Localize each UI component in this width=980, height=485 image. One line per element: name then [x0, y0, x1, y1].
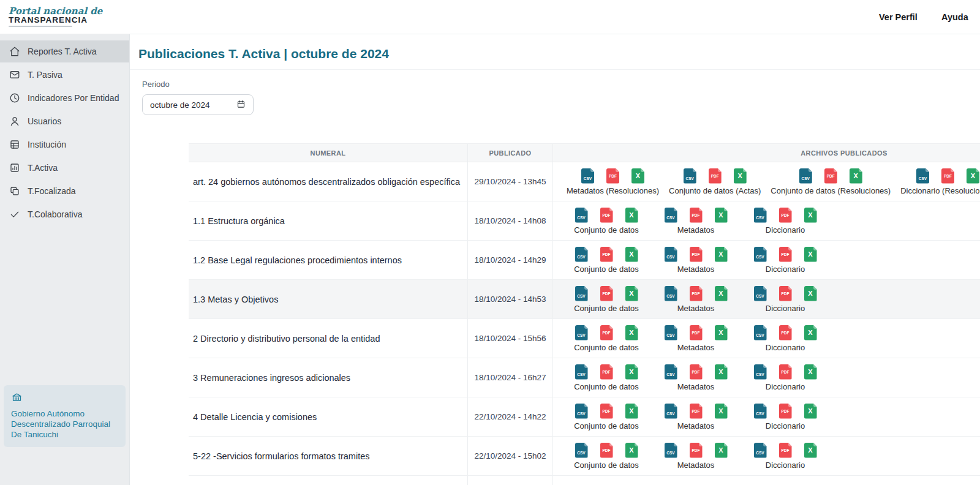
- pdf-file-icon[interactable]: PDF: [709, 168, 722, 184]
- xls-file-icon[interactable]: X: [804, 364, 817, 380]
- xls-file-icon[interactable]: X: [715, 404, 728, 419]
- csv-file-icon[interactable]: CSV: [575, 286, 588, 301]
- csv-file-icon[interactable]: CSV: [665, 208, 677, 223]
- xls-file-icon[interactable]: X: [804, 404, 817, 419]
- pdf-file-icon[interactable]: PDF: [606, 168, 619, 184]
- numeral-cell: [189, 476, 467, 485]
- xls-file-icon[interactable]: X: [804, 325, 817, 340]
- pdf-file-icon[interactable]: PDF: [600, 286, 613, 301]
- file-group: CSVPDFXMetadatos: [651, 286, 741, 313]
- xls-file-icon[interactable]: X: [715, 247, 728, 262]
- sidebar-item-t-activa[interactable]: T.Activa: [0, 157, 129, 179]
- pdf-file-icon[interactable]: PDF: [600, 404, 613, 419]
- pdf-file-icon[interactable]: PDF: [690, 325, 703, 340]
- csv-file-icon[interactable]: CSV: [575, 208, 588, 223]
- pdf-file-icon[interactable]: PDF: [690, 443, 703, 458]
- xls-file-icon[interactable]: X: [625, 404, 638, 419]
- pdf-file-icon[interactable]: PDF: [600, 443, 613, 458]
- file-group: CSVPDFXMetadatos: [651, 404, 741, 430]
- csv-file-icon[interactable]: CSV: [665, 325, 677, 340]
- xls-file-icon[interactable]: X: [850, 168, 862, 184]
- file-group: CSVPDFXConjunto de datos (Resoluciones): [766, 168, 895, 195]
- csv-file-icon[interactable]: CSV: [916, 168, 929, 184]
- csv-file-icon[interactable]: CSV: [665, 404, 677, 419]
- csv-file-icon[interactable]: CSV: [754, 286, 767, 301]
- xls-file-icon[interactable]: X: [625, 443, 638, 458]
- csv-file-icon[interactable]: CSV: [799, 168, 812, 184]
- pdf-file-icon[interactable]: PDF: [600, 208, 613, 223]
- pdf-file-icon[interactable]: PDF: [779, 404, 792, 419]
- file-group-label: Diccionario: [766, 304, 805, 313]
- csv-file-icon[interactable]: CSV: [665, 286, 677, 301]
- pdf-file-icon[interactable]: PDF: [600, 364, 613, 380]
- pdf-file-icon[interactable]: PDF: [600, 247, 613, 262]
- csv-file-icon[interactable]: CSV: [575, 364, 588, 380]
- file-group-label: Metadatos: [677, 343, 715, 352]
- xls-file-icon[interactable]: X: [715, 443, 728, 458]
- pdf-file-icon[interactable]: PDF: [690, 404, 703, 419]
- csv-file-icon[interactable]: CSV: [575, 325, 588, 340]
- csv-file-icon[interactable]: CSV: [754, 404, 767, 419]
- publicado-cell: 29/10/2024 - 13h45: [467, 162, 553, 201]
- xls-file-icon[interactable]: X: [625, 325, 638, 340]
- pdf-file-icon[interactable]: PDF: [779, 247, 792, 262]
- xls-file-icon[interactable]: X: [804, 208, 817, 223]
- file-group-label: Conjunto de datos: [574, 304, 639, 313]
- pdf-file-icon[interactable]: PDF: [779, 364, 792, 380]
- csv-file-icon[interactable]: CSV: [684, 168, 696, 184]
- xls-file-icon[interactable]: X: [715, 364, 728, 380]
- pdf-file-icon[interactable]: PDF: [600, 325, 613, 340]
- pdf-file-icon[interactable]: PDF: [779, 325, 792, 340]
- pdf-file-icon[interactable]: PDF: [779, 286, 792, 301]
- sidebar-item-usuarios[interactable]: Usuarios: [0, 110, 129, 132]
- csv-file-icon[interactable]: CSV: [665, 443, 677, 458]
- archivos-cell: [553, 476, 980, 485]
- xls-file-icon[interactable]: X: [625, 286, 638, 301]
- pdf-file-icon[interactable]: PDF: [824, 168, 837, 184]
- sidebar-item-t-colaborativa[interactable]: T.Colaborativa: [0, 203, 129, 225]
- csv-file-icon[interactable]: CSV: [754, 325, 767, 340]
- xls-file-icon[interactable]: X: [715, 286, 728, 301]
- xls-file-icon[interactable]: X: [734, 168, 747, 184]
- xls-file-icon[interactable]: X: [631, 168, 644, 184]
- csv-file-icon[interactable]: CSV: [575, 443, 588, 458]
- csv-file-icon[interactable]: CSV: [665, 247, 677, 262]
- pdf-file-icon[interactable]: PDF: [941, 168, 954, 184]
- sidebar-item-indicadores-por-entidad[interactable]: Indicadores Por Entidad: [0, 87, 129, 109]
- xls-file-icon[interactable]: X: [625, 247, 638, 262]
- csv-file-icon[interactable]: CSV: [754, 443, 767, 458]
- period-date-input[interactable]: octubre de 2024: [142, 94, 254, 115]
- sidebar-item-t-pasiva[interactable]: T. Pasiva: [0, 64, 129, 86]
- pdf-file-icon[interactable]: PDF: [690, 247, 703, 262]
- pdf-file-icon[interactable]: PDF: [779, 443, 792, 458]
- sidebar-item-instituci-n[interactable]: Institución: [0, 133, 129, 156]
- pdf-file-icon[interactable]: PDF: [690, 364, 703, 380]
- xls-file-icon[interactable]: X: [804, 247, 817, 262]
- pdf-file-icon[interactable]: PDF: [690, 208, 703, 223]
- csv-file-icon[interactable]: CSV: [754, 364, 767, 380]
- csv-file-icon[interactable]: CSV: [581, 168, 594, 184]
- file-group: CSVPDFXDiccionario: [741, 325, 830, 352]
- file-group-label: Diccionario: [766, 265, 805, 274]
- csv-file-icon[interactable]: CSV: [754, 208, 767, 223]
- xls-file-icon[interactable]: X: [804, 286, 817, 301]
- pdf-file-icon[interactable]: PDF: [690, 286, 703, 301]
- archivos-cell: CSVPDFXConjunto de datosCSVPDFXMetadatos…: [553, 201, 980, 240]
- ayuda-link[interactable]: Ayuda: [941, 0, 968, 34]
- csv-file-icon[interactable]: CSV: [575, 247, 588, 262]
- sidebar-item-reportes-t-activa[interactable]: Reportes T. Activa: [0, 40, 129, 62]
- xls-file-icon[interactable]: X: [715, 208, 728, 223]
- xls-file-icon[interactable]: X: [967, 168, 979, 184]
- csv-file-icon[interactable]: CSV: [575, 404, 588, 419]
- pdf-file-icon[interactable]: PDF: [779, 208, 792, 223]
- xls-file-icon[interactable]: X: [625, 208, 638, 223]
- file-group-label: Metadatos: [677, 265, 715, 274]
- csv-file-icon[interactable]: CSV: [754, 247, 767, 262]
- xls-file-icon[interactable]: X: [804, 443, 817, 458]
- ver-perfil-link[interactable]: Ver Perfil: [879, 0, 918, 34]
- csv-file-icon[interactable]: CSV: [665, 364, 677, 380]
- sidebar-item-t-focalizada[interactable]: T.Focalizada: [0, 180, 129, 202]
- xls-file-icon[interactable]: X: [715, 325, 728, 340]
- file-group-label: Diccionario: [766, 382, 805, 391]
- xls-file-icon[interactable]: X: [625, 364, 638, 380]
